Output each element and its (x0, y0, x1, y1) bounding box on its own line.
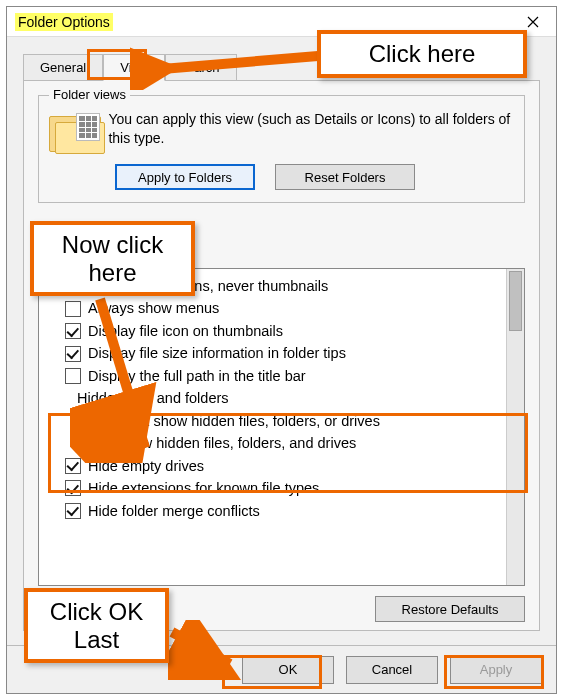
option-label: Don't show hidden files, folders, or dri… (116, 410, 380, 432)
tab-search[interactable]: arch (165, 54, 236, 81)
close-icon (527, 16, 539, 28)
advanced-settings-list: Always show icons, never thumbnails Alwa… (38, 268, 525, 586)
option-always-show-menus[interactable]: Always show menus (45, 297, 502, 319)
option-label: Show hidden files, folders, and drives (116, 432, 356, 454)
option-hide-extensions[interactable]: Hide extensions for known file types (45, 477, 502, 499)
folder-icon (49, 110, 96, 154)
checkbox-icon (65, 323, 81, 339)
checkbox-icon (65, 346, 81, 362)
group-label: Hidden files and folders (77, 387, 229, 409)
apply-button[interactable]: Apply (450, 656, 542, 684)
option-dont-show-hidden[interactable]: Don't show hidden files, folders, or dri… (45, 410, 502, 432)
folder-views-description: You can apply this view (such as Details… (108, 110, 514, 148)
option-label: Hide empty drives (88, 455, 204, 477)
folder-views-group: Folder views You can apply this view (su… (38, 95, 525, 203)
radio-icon (93, 436, 109, 452)
callout-now-click-here: Now click here (30, 221, 195, 296)
checkbox-icon (65, 480, 81, 496)
option-label: Hide extensions for known file types (88, 477, 319, 499)
restore-defaults-button[interactable]: Restore Defaults (375, 596, 525, 622)
folder-views-legend: Folder views (49, 87, 130, 102)
option-label: Display file size information in folder … (88, 342, 346, 364)
cancel-button[interactable]: Cancel (346, 656, 438, 684)
option-size-in-tips[interactable]: Display file size information in folder … (45, 342, 502, 364)
option-file-icon-thumb[interactable]: Display file icon on thumbnails (45, 320, 502, 342)
radio-icon (93, 413, 109, 429)
option-label: Hide folder merge conflicts (88, 500, 260, 522)
option-show-hidden[interactable]: Show hidden files, folders, and drives (45, 432, 502, 454)
option-full-path-title[interactable]: Display the full path in the title bar (45, 365, 502, 387)
ok-button[interactable]: OK (242, 656, 334, 684)
option-label: Display file icon on thumbnails (88, 320, 283, 342)
group-hidden-files: Hidden files and folders (45, 387, 502, 409)
checkbox-icon (65, 458, 81, 474)
tab-page-view: Folder views You can apply this view (su… (23, 80, 540, 631)
option-label: Display the full path in the title bar (88, 365, 306, 387)
scroll-thumb[interactable] (509, 271, 522, 331)
reset-folders-button[interactable]: Reset Folders (275, 164, 415, 190)
apply-to-folders-button[interactable]: Apply to Folders (115, 164, 255, 190)
option-hide-empty-drives[interactable]: Hide empty drives (45, 455, 502, 477)
option-hide-merge-conflicts[interactable]: Hide folder merge conflicts (45, 500, 502, 522)
callout-click-here: Click here (317, 30, 527, 78)
checkbox-icon (65, 368, 81, 384)
list-scrollbar[interactable] (506, 269, 524, 585)
callout-click-ok-last: Click OK Last (24, 588, 169, 663)
checkbox-icon (65, 301, 81, 317)
window-title: Folder Options (15, 13, 113, 31)
checkbox-icon (65, 503, 81, 519)
option-label: Always show menus (88, 297, 219, 319)
tab-view[interactable]: View (103, 54, 165, 81)
tab-general[interactable]: General (23, 54, 103, 81)
